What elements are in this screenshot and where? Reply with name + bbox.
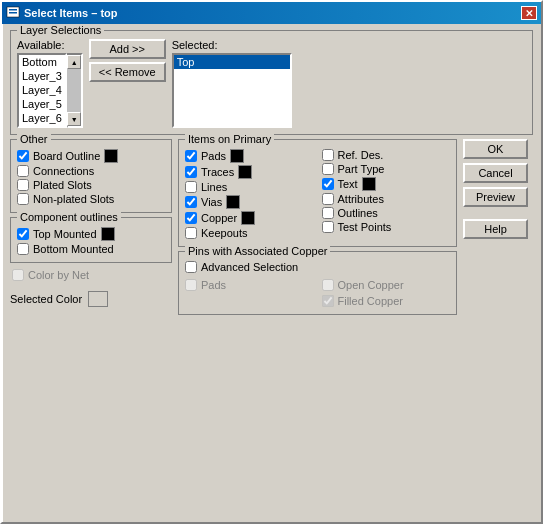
pads-swatch[interactable] bbox=[230, 149, 244, 163]
outlines-checkbox[interactable] bbox=[322, 207, 334, 219]
app-icon bbox=[6, 6, 20, 20]
vias-checkbox[interactable] bbox=[185, 196, 197, 208]
layer-selections-label: Layer Selections bbox=[17, 24, 104, 36]
traces-checkbox[interactable] bbox=[185, 166, 197, 178]
plated-slots-label: Plated Slots bbox=[33, 179, 92, 191]
items-primary-label: Items on Primary bbox=[185, 133, 274, 145]
pads-checkbox[interactable] bbox=[185, 150, 197, 162]
nonplated-slots-label: Non-plated Slots bbox=[33, 193, 114, 205]
advanced-selection-checkbox[interactable] bbox=[185, 261, 197, 273]
open-copper-row: Open Copper bbox=[322, 278, 451, 292]
pins-pads-checkbox bbox=[185, 279, 197, 291]
connections-checkbox[interactable] bbox=[17, 165, 29, 177]
traces-row: Traces bbox=[185, 164, 314, 180]
remove-button[interactable]: << Remove bbox=[89, 62, 166, 82]
layer-row: Available: Bottom Layer_3 Layer_4 Layer_… bbox=[17, 39, 526, 128]
nonplated-slots-checkbox[interactable] bbox=[17, 193, 29, 205]
close-button[interactable]: ✕ bbox=[521, 6, 537, 20]
bottom-mounted-checkbox[interactable] bbox=[17, 243, 29, 255]
pins-copper-label: Pins with Associated Copper bbox=[185, 245, 330, 257]
window-title: Select Items – top bbox=[24, 7, 118, 19]
attributes-row: Attributes bbox=[322, 192, 451, 206]
selected-item[interactable]: Top bbox=[174, 55, 290, 69]
lines-label: Lines bbox=[201, 181, 227, 193]
board-outline-checkbox[interactable] bbox=[17, 150, 29, 162]
add-button[interactable]: Add >> bbox=[89, 39, 166, 59]
svg-rect-2 bbox=[9, 12, 17, 14]
pins-pads-row: Pads bbox=[185, 278, 314, 292]
outlines-row: Outlines bbox=[322, 206, 451, 220]
available-label: Available: bbox=[17, 39, 83, 51]
title-bar: Select Items – top ✕ bbox=[2, 2, 541, 24]
nonplated-slots-row: Non-plated Slots bbox=[17, 192, 165, 206]
list-item[interactable]: Layer_4 bbox=[19, 83, 65, 97]
ok-button[interactable]: OK bbox=[463, 139, 528, 159]
list-item[interactable]: Layer_3 bbox=[19, 69, 65, 83]
part-type-checkbox[interactable] bbox=[322, 163, 334, 175]
lines-row: Lines bbox=[185, 180, 314, 194]
traces-swatch[interactable] bbox=[238, 165, 252, 179]
copper-swatch[interactable] bbox=[241, 211, 255, 225]
scroll-track bbox=[67, 69, 81, 112]
bottom-mounted-row: Bottom Mounted bbox=[17, 242, 165, 256]
scroll-down-btn[interactable]: ▼ bbox=[67, 112, 81, 126]
keepouts-checkbox[interactable] bbox=[185, 227, 197, 239]
traces-label: Traces bbox=[201, 166, 234, 178]
part-type-label: Part Type bbox=[338, 163, 385, 175]
cancel-button[interactable]: Cancel bbox=[463, 163, 528, 183]
test-points-checkbox[interactable] bbox=[322, 221, 334, 233]
text-swatch[interactable] bbox=[362, 177, 376, 191]
scroll-up-btn[interactable]: ▲ bbox=[67, 55, 81, 69]
main-window: Select Items – top ✕ Layer Selections Av… bbox=[0, 0, 543, 524]
selected-label: Selected: bbox=[172, 39, 292, 51]
text-label: Text bbox=[338, 178, 358, 190]
filled-copper-row: Filled Copper bbox=[322, 294, 451, 308]
main-row: Other Board Outline Connections Plated S… bbox=[10, 139, 533, 516]
bottom-mounted-label: Bottom Mounted bbox=[33, 243, 114, 255]
action-buttons: OK Cancel Preview Help bbox=[463, 139, 533, 516]
color-by-net-checkbox bbox=[12, 269, 24, 281]
text-row: Text bbox=[322, 176, 451, 192]
pins-inner: Pads Open Copper Filled Copper bbox=[185, 278, 450, 308]
filled-copper-checkbox bbox=[322, 295, 334, 307]
list-item[interactable]: Bottom bbox=[19, 55, 65, 69]
plated-slots-row: Plated Slots bbox=[17, 178, 165, 192]
vias-swatch[interactable] bbox=[226, 195, 240, 209]
board-outline-row: Board Outline bbox=[17, 148, 165, 164]
ref-des-checkbox[interactable] bbox=[322, 149, 334, 161]
available-scrollbar[interactable]: ▲ ▼ bbox=[67, 53, 83, 128]
color-by-net-row: Color by Net bbox=[10, 267, 172, 283]
copper-label: Copper bbox=[201, 212, 237, 224]
list-item[interactable]: Layer_7 bbox=[19, 125, 65, 128]
attributes-checkbox[interactable] bbox=[322, 193, 334, 205]
test-points-label: Test Points bbox=[338, 221, 392, 233]
text-checkbox[interactable] bbox=[322, 178, 334, 190]
selected-color-swatch[interactable] bbox=[88, 291, 108, 307]
left-column: Other Board Outline Connections Plated S… bbox=[10, 139, 172, 516]
copper-checkbox[interactable] bbox=[185, 212, 197, 224]
part-type-row: Part Type bbox=[322, 162, 451, 176]
open-copper-label: Open Copper bbox=[338, 279, 404, 291]
selected-color-label: Selected Color bbox=[10, 293, 82, 305]
help-button[interactable]: Help bbox=[463, 219, 528, 239]
outlines-label: Outlines bbox=[338, 207, 378, 219]
pins-pads-label: Pads bbox=[201, 279, 226, 291]
top-mounted-checkbox[interactable] bbox=[17, 228, 29, 240]
filled-copper-label: Filled Copper bbox=[338, 295, 403, 307]
items-left-col: Pads Traces Lines bbox=[185, 148, 314, 240]
color-by-net-label: Color by Net bbox=[28, 269, 89, 281]
available-listbox[interactable]: Bottom Layer_3 Layer_4 Layer_5 Layer_6 L… bbox=[17, 53, 67, 128]
selected-listbox[interactable]: Top bbox=[172, 53, 292, 128]
ref-des-row: Ref. Des. bbox=[322, 148, 451, 162]
preview-button[interactable]: Preview bbox=[463, 187, 528, 207]
list-item[interactable]: Layer_5 bbox=[19, 97, 65, 111]
keepouts-label: Keepouts bbox=[201, 227, 247, 239]
list-item[interactable]: Layer_6 bbox=[19, 111, 65, 125]
lines-checkbox[interactable] bbox=[185, 181, 197, 193]
items-right-col: Ref. Des. Part Type Text bbox=[322, 148, 451, 240]
available-list-container: Available: Bottom Layer_3 Layer_4 Layer_… bbox=[17, 39, 83, 128]
top-mounted-swatch[interactable] bbox=[101, 227, 115, 241]
plated-slots-checkbox[interactable] bbox=[17, 179, 29, 191]
board-outline-swatch[interactable] bbox=[104, 149, 118, 163]
component-outlines-label: Component outlines bbox=[17, 211, 121, 223]
